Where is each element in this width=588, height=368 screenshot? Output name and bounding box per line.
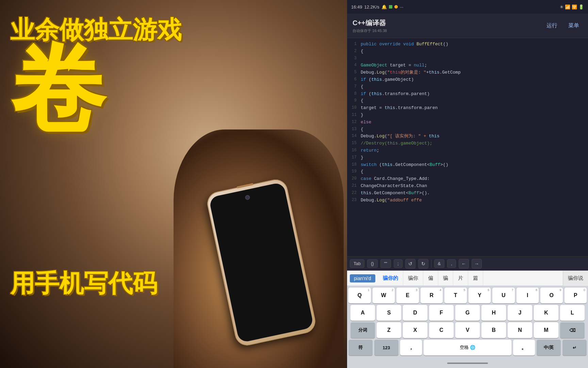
redo-button[interactable]: ↻	[418, 259, 428, 269]
code-line-7: {	[361, 83, 585, 91]
key-symbol[interactable]: 符	[348, 340, 373, 355]
ime-suggestion-2[interactable]: 骗你	[403, 271, 423, 286]
title-line2: 用手机写代码	[10, 267, 157, 300]
app-title-block: C++编译器 自动保存于 16:45:38	[353, 18, 387, 33]
key-d[interactable]: D	[403, 305, 427, 321]
arrow-right-button[interactable]: →	[472, 259, 482, 269]
video-panel: 业余做独立游戏 卷 用手机写代码	[0, 0, 347, 368]
key-enter[interactable]: ↵	[562, 340, 587, 355]
kb-row-3: 分词 Z X C V B N M ⌫	[348, 322, 587, 338]
code-line-10: target = this.transform.paren	[361, 105, 585, 112]
ime-suggestion-bar: pian'ni'd 骗你的 骗你 偏 骗 片 篇 ▼ 骗你说	[347, 271, 588, 286]
key-period[interactable]: 。	[513, 340, 535, 355]
code-line-6: if (this.gameObject)	[361, 76, 585, 83]
code-line-14: Debug.Log("[ 该实例为: " + this	[361, 133, 585, 140]
key-p[interactable]: P0	[565, 288, 587, 303]
key-l[interactable]: L	[560, 305, 585, 321]
code-line-12: else	[361, 119, 585, 126]
code-line-23: Debug.Log("addbuff effe	[361, 197, 585, 204]
more-dots: ···	[400, 4, 404, 10]
key-e[interactable]: E3	[396, 288, 419, 303]
key-h[interactable]: H	[481, 305, 506, 321]
time-display: 16:49	[351, 4, 362, 10]
key-x[interactable]: X	[403, 322, 427, 338]
key-s[interactable]: S	[377, 305, 401, 321]
ime-right-suggestion[interactable]: 骗你说	[563, 271, 588, 286]
key-o[interactable]: O9	[540, 288, 563, 303]
tab-key[interactable]: Tab	[350, 259, 364, 268]
key-r[interactable]: R4	[421, 288, 443, 303]
quote-key[interactable]: ""	[380, 259, 391, 268]
key-q[interactable]: Q1	[348, 288, 371, 303]
kb-row-2: A S D F G H J K L	[348, 305, 587, 321]
code-area[interactable]: 12345 678910 1112131415 1617181920 21222…	[347, 38, 588, 256]
key-w[interactable]: W2	[373, 288, 395, 303]
code-line-22: this.GetComponent<Buff>().	[361, 190, 585, 197]
code-toolbar: Tab {} "" ; ↺ ↻ & , ← →	[347, 256, 588, 271]
arrow-left-button[interactable]: ←	[459, 259, 469, 269]
code-line-13: {	[361, 126, 585, 133]
app-header: C++编译器 自动保存于 16:45:38 运行 菜单	[347, 14, 588, 38]
notification-icons: 🔔	[381, 4, 387, 10]
run-button[interactable]: 运行	[543, 20, 561, 31]
ampersand-key[interactable]: &	[434, 259, 445, 268]
key-y[interactable]: Y6	[469, 288, 491, 303]
code-line-20: case Card.Change_Type.Add:	[361, 175, 585, 183]
status-left: 16:49 12.2K/s 🔔 ···	[351, 4, 403, 10]
key-a[interactable]: A	[350, 305, 375, 321]
key-u[interactable]: U7	[492, 288, 515, 303]
home-indicator	[447, 363, 488, 364]
code-line-19: {	[361, 168, 585, 175]
key-m[interactable]: M	[534, 322, 558, 338]
key-g[interactable]: G	[455, 305, 480, 321]
bottom-bar	[347, 358, 588, 368]
ime-suggestion-6[interactable]: 篇	[468, 271, 483, 286]
header-buttons: 运行 菜单	[543, 20, 583, 31]
undo-button[interactable]: ↺	[405, 259, 415, 269]
key-n[interactable]: N	[508, 322, 532, 338]
wifi-icon: 🛜	[572, 4, 577, 10]
keyboard: Q1 W2 E3 R4 T5 Y6 U7 I8 O9 P0 A S D F G …	[347, 286, 588, 358]
key-b[interactable]: B	[481, 322, 506, 338]
braces-key[interactable]: {}	[367, 259, 378, 268]
key-comma[interactable]: ，	[400, 340, 422, 355]
green-dot	[389, 5, 392, 9]
key-c[interactable]: C	[429, 322, 454, 338]
key-i[interactable]: I8	[517, 288, 539, 303]
ime-suggestion-3[interactable]: 偏	[423, 271, 438, 286]
code-line-4: GameObject target = null;	[361, 62, 585, 69]
status-bar: 16:49 12.2K/s 🔔 ··· ✳ 📶 🛜 🔋	[347, 0, 588, 14]
code-line-17: }	[361, 154, 585, 162]
comma-key[interactable]: ,	[447, 259, 456, 268]
key-t[interactable]: T5	[444, 288, 467, 303]
key-fenci[interactable]: 分词	[350, 322, 375, 338]
battery-icon: 🔋	[578, 4, 584, 10]
code-line-18: switch (this.GetComponent<Buff>()	[361, 162, 585, 169]
semi-key[interactable]: ;	[394, 259, 403, 268]
key-z[interactable]: Z	[377, 322, 401, 338]
code-line-16: return;	[361, 147, 585, 154]
key-cn-en[interactable]: 中/英	[537, 340, 561, 355]
status-right: ✳ 📶 🛜 🔋	[560, 4, 584, 10]
kb-row-4: 符 123 ， 空格 🌐 。 中/英 ↵	[348, 340, 587, 355]
key-k[interactable]: K	[534, 305, 558, 321]
code-line-2: {	[361, 48, 585, 55]
key-space[interactable]: 空格 🌐	[424, 340, 511, 355]
menu-button[interactable]: 菜单	[565, 20, 583, 31]
ime-suggestion-4[interactable]: 骗	[438, 271, 453, 286]
key-delete[interactable]: ⌫	[560, 322, 585, 338]
key-123[interactable]: 123	[374, 340, 398, 355]
phone-screen-panel: 16:49 12.2K/s 🔔 ··· ✳ 📶 🛜 🔋 C++编译器 自动保存于…	[347, 0, 588, 368]
key-f[interactable]: F	[429, 305, 454, 321]
code-lines: public override void BuffEffect() { Game…	[358, 38, 588, 256]
code-line-5: Debug.Log("this的对象是: "+this.GetComp	[361, 69, 585, 76]
ime-suggestion-5[interactable]: 片	[453, 271, 468, 286]
key-v[interactable]: V	[455, 322, 480, 338]
yellow-dot	[394, 5, 398, 9]
code-line-21: ChangeCharacterState.Chan	[361, 183, 585, 190]
app-autosave: 自动保存于 16:45:38	[353, 28, 387, 33]
code-content: 12345 678910 1112131415 1617181920 21222…	[347, 38, 588, 256]
signal-icon: 📶	[565, 4, 570, 10]
key-j[interactable]: J	[508, 305, 532, 321]
ime-suggestion-1[interactable]: 骗你的	[378, 271, 403, 286]
